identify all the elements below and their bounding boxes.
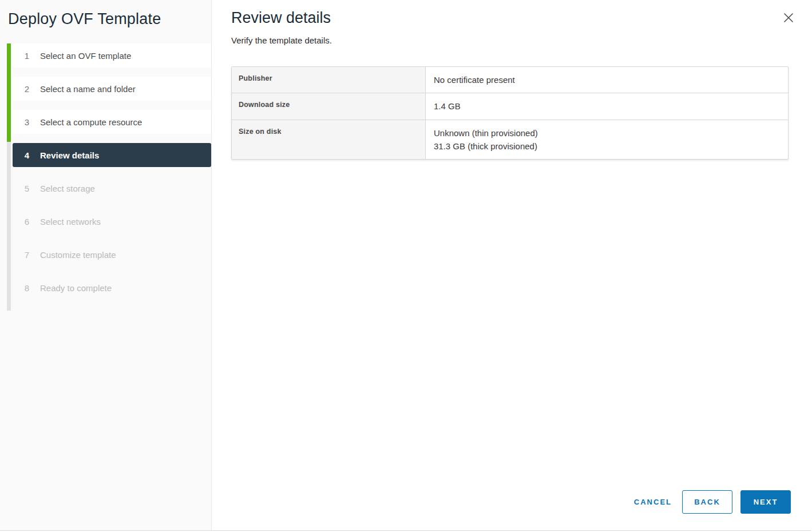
step-number: 3	[22, 117, 32, 127]
wizard-progress-track	[7, 43, 11, 311]
row-value-line: 31.3 GB (thick provisioned)	[434, 140, 780, 153]
step-label: Select networks	[40, 217, 101, 227]
step-ready-to-complete: 8 Ready to complete	[13, 276, 211, 300]
step-number: 5	[22, 184, 32, 193]
close-button[interactable]	[782, 11, 795, 25]
step-number: 6	[22, 217, 32, 227]
step-label: Customize template	[40, 250, 116, 260]
row-value-line: No certificate present	[434, 73, 780, 86]
wizard-steps-list: 1 Select an OVF template 2 Select a name…	[13, 43, 211, 309]
table-row-download-size: Download size 1.4 GB	[232, 93, 788, 120]
cancel-button[interactable]: CANCEL	[631, 497, 675, 507]
step-label: Select a name and folder	[40, 84, 136, 94]
step-label: Select storage	[40, 184, 95, 193]
step-select-storage: 5 Select storage	[13, 176, 211, 200]
step-label: Ready to complete	[40, 283, 112, 293]
step-select-networks: 6 Select networks	[13, 209, 211, 233]
step-select-name-folder[interactable]: 2 Select a name and folder	[13, 77, 211, 101]
table-row-size-on-disk: Size on disk Unknown (thin provisioned) …	[232, 120, 788, 160]
back-button[interactable]: BACK	[682, 490, 732, 514]
deploy-ovf-template-dialog: Deploy OVF Template 1 Select an OVF temp…	[0, 0, 811, 531]
wizard-footer: CANCEL BACK NEXT	[631, 490, 791, 514]
row-value-line: Unknown (thin provisioned)	[434, 126, 780, 140]
row-value: No certificate present	[426, 67, 788, 93]
template-details-table: Publisher No certificate present Downloa…	[231, 66, 789, 160]
row-value: Unknown (thin provisioned) 31.3 GB (thic…	[426, 120, 788, 160]
step-number: 7	[22, 250, 32, 260]
close-icon	[782, 11, 795, 25]
step-label: Select a compute resource	[40, 117, 142, 127]
row-value-line: 1.4 GB	[434, 100, 780, 113]
next-button[interactable]: NEXT	[740, 490, 791, 514]
step-select-ovf-template[interactable]: 1 Select an OVF template	[13, 43, 211, 68]
dialog-title: Deploy OVF Template	[0, 0, 211, 28]
wizard-content: Review details Verify the template detai…	[212, 0, 811, 530]
row-label: Publisher	[232, 67, 426, 93]
step-select-compute-resource[interactable]: 3 Select a compute resource	[13, 110, 211, 134]
step-number: 4	[22, 150, 32, 160]
page-title: Review details	[231, 9, 789, 27]
step-review-details[interactable]: 4 Review details	[13, 143, 211, 167]
step-customize-template: 7 Customize template	[13, 243, 211, 267]
row-label: Download size	[232, 93, 426, 119]
step-label: Select an OVF template	[40, 51, 131, 61]
row-value: 1.4 GB	[426, 93, 788, 119]
step-number: 1	[22, 51, 32, 61]
step-label: Review details	[40, 150, 99, 160]
wizard-progress-completed	[7, 43, 11, 142]
row-label: Size on disk	[232, 120, 426, 160]
step-number: 2	[22, 84, 32, 94]
step-number: 8	[22, 283, 32, 293]
table-row-publisher: Publisher No certificate present	[232, 67, 788, 93]
wizard-sidebar: Deploy OVF Template 1 Select an OVF temp…	[0, 0, 212, 530]
page-subtitle: Verify the template details.	[231, 35, 789, 45]
